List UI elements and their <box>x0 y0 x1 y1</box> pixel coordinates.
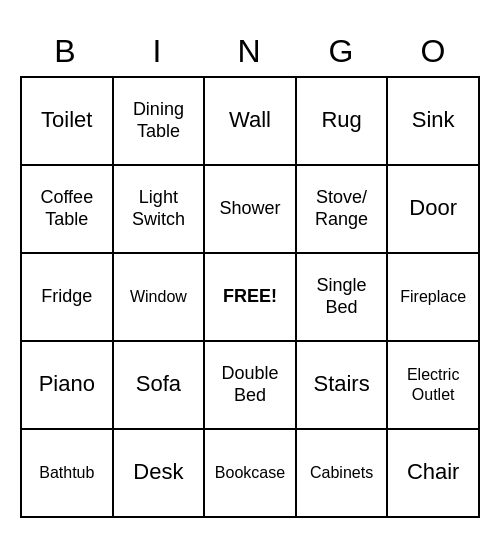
bingo-grid: ToiletDiningTableWallRugSinkCoffeeTableL… <box>20 76 480 518</box>
grid-cell: Piano <box>22 342 114 430</box>
header-row: BINGO <box>20 27 480 76</box>
grid-row: BathtubDeskBookcaseCabinetsChair <box>22 430 480 518</box>
grid-cell: LightSwitch <box>114 166 206 254</box>
grid-cell: Sofa <box>114 342 206 430</box>
header-letter: I <box>112 27 204 76</box>
grid-cell: Stove/Range <box>297 166 389 254</box>
header-letter: O <box>388 27 480 76</box>
grid-cell: DiningTable <box>114 78 206 166</box>
grid-row: PianoSofaDoubleBedStairsElectricOutlet <box>22 342 480 430</box>
bingo-card: BINGO ToiletDiningTableWallRugSinkCoffee… <box>20 27 480 518</box>
grid-cell: Fridge <box>22 254 114 342</box>
grid-cell: Window <box>114 254 206 342</box>
grid-cell: Rug <box>297 78 389 166</box>
grid-cell: FREE! <box>205 254 297 342</box>
grid-cell: Door <box>388 166 480 254</box>
grid-cell: Toilet <box>22 78 114 166</box>
grid-cell: Desk <box>114 430 206 518</box>
header-letter: N <box>204 27 296 76</box>
grid-cell: Sink <box>388 78 480 166</box>
grid-cell: Shower <box>205 166 297 254</box>
grid-cell: Chair <box>388 430 480 518</box>
header-letter: B <box>20 27 112 76</box>
grid-cell: SingleBed <box>297 254 389 342</box>
grid-cell: Wall <box>205 78 297 166</box>
grid-cell: CoffeeTable <box>22 166 114 254</box>
grid-cell: Bathtub <box>22 430 114 518</box>
header-letter: G <box>296 27 388 76</box>
grid-row: FridgeWindowFREE!SingleBedFireplace <box>22 254 480 342</box>
grid-cell: ElectricOutlet <box>388 342 480 430</box>
grid-row: CoffeeTableLightSwitchShowerStove/RangeD… <box>22 166 480 254</box>
grid-cell: Bookcase <box>205 430 297 518</box>
grid-cell: Cabinets <box>297 430 389 518</box>
grid-cell: DoubleBed <box>205 342 297 430</box>
grid-cell: Stairs <box>297 342 389 430</box>
grid-cell: Fireplace <box>388 254 480 342</box>
grid-row: ToiletDiningTableWallRugSink <box>22 78 480 166</box>
